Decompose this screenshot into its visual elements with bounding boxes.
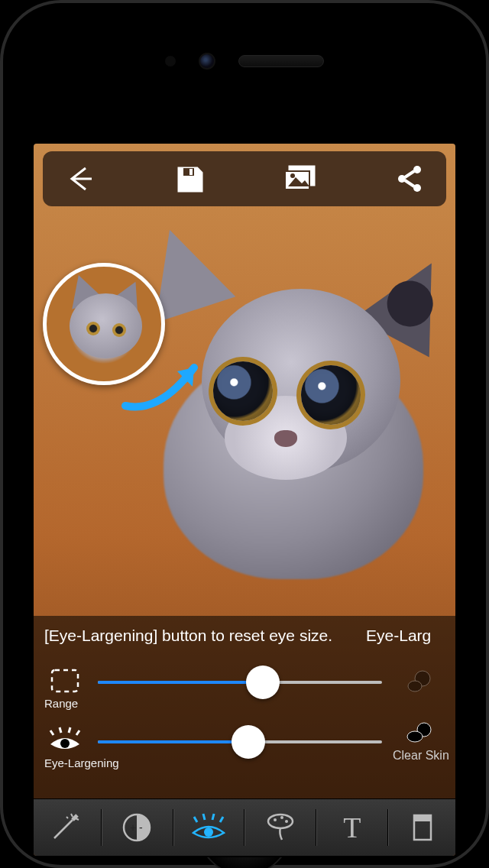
svg-rect-10 xyxy=(52,670,78,691)
eye-row: Clear Skin Eye-Largening xyxy=(34,712,455,772)
adjust-panel: [Eye-Largening] button to reset eye size… xyxy=(34,616,455,799)
back-button[interactable] xyxy=(60,159,99,199)
frame-icon xyxy=(413,812,436,843)
svg-point-13 xyxy=(60,739,70,748)
enlarged-eye-right xyxy=(301,365,361,425)
magic-wand-icon xyxy=(48,811,82,844)
gallery-button[interactable] xyxy=(280,159,319,199)
svg-rect-2 xyxy=(189,169,193,175)
eye-label: Eye-Largening xyxy=(44,756,119,769)
gallery-icon xyxy=(282,164,317,194)
share-button[interactable] xyxy=(390,159,429,199)
tab-brush[interactable] xyxy=(253,805,308,850)
enlarged-eye-left xyxy=(213,361,273,421)
range-row: Range xyxy=(34,653,455,712)
range-slider[interactable] xyxy=(98,667,382,698)
clear-skin-button[interactable]: Clear Skin xyxy=(393,721,446,763)
contrast-icon: +- xyxy=(121,811,153,844)
share-icon xyxy=(394,164,425,194)
phone-frame: [Eye-Largening] button to reset eye size… xyxy=(0,0,489,868)
svg-point-22 xyxy=(280,816,283,819)
tab-eye-beauty[interactable] xyxy=(181,805,236,850)
top-toolbar xyxy=(43,151,446,206)
tab-magic-wand[interactable] xyxy=(37,805,92,850)
earpiece-speaker xyxy=(238,55,324,67)
tab-frame[interactable] xyxy=(397,805,452,850)
svg-point-15 xyxy=(407,731,423,742)
svg-text:-: - xyxy=(139,821,143,834)
compare-arrow-icon xyxy=(118,356,209,417)
svg-point-21 xyxy=(274,818,277,821)
phone-notch xyxy=(0,31,489,92)
clear-skin-ghost-icon xyxy=(393,668,446,697)
svg-text:+: + xyxy=(130,821,136,834)
bottom-tabbar: +- T xyxy=(34,798,455,856)
eye-largening-icon[interactable] xyxy=(43,726,87,758)
svg-point-20 xyxy=(268,815,293,828)
proximity-sensor xyxy=(165,56,176,66)
app-screen: [Eye-Largening] button to reset eye size… xyxy=(34,144,455,856)
clear-skin-label: Clear Skin xyxy=(393,749,446,763)
save-button[interactable] xyxy=(170,159,209,199)
eye-beauty-icon xyxy=(189,811,228,844)
eye-slider[interactable] xyxy=(98,727,382,757)
text-icon: T xyxy=(343,811,361,844)
front-camera xyxy=(199,53,215,70)
range-label: Range xyxy=(44,697,78,710)
svg-rect-25 xyxy=(414,815,431,821)
arrow-left-icon xyxy=(64,164,95,194)
tab-text[interactable]: T xyxy=(325,805,380,850)
hint-left: [Eye-Largening] button to reset eye size… xyxy=(44,627,332,644)
save-icon xyxy=(174,164,205,194)
svg-point-6 xyxy=(290,173,295,178)
range-icon[interactable] xyxy=(43,667,87,698)
paint-brush-icon xyxy=(264,811,297,844)
svg-point-23 xyxy=(285,820,288,823)
svg-point-19 xyxy=(204,828,213,837)
tab-contrast[interactable]: +- xyxy=(109,805,164,850)
hint-right: Eye-Larg xyxy=(366,627,431,644)
hint-text: [Eye-Largening] button to reset eye size… xyxy=(34,623,455,653)
svg-point-12 xyxy=(408,681,422,691)
